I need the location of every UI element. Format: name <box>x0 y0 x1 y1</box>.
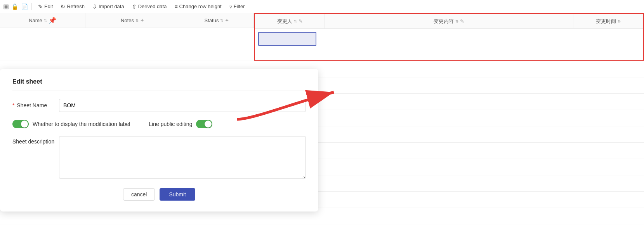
button-row: cancel Submit <box>12 188 306 201</box>
selected-cell[interactable] <box>258 32 316 46</box>
public-editing-toggle[interactable] <box>196 120 212 128</box>
edit-icon: ✎ <box>38 3 43 10</box>
edit-panel: Edit sheet * Sheet Name Whether to displ… <box>0 69 318 212</box>
import-button[interactable]: ⇩ Import data <box>89 2 127 11</box>
modification-toggle[interactable] <box>12 120 29 128</box>
edit-label: Edit <box>44 3 53 9</box>
toggles-row: Whether to display the modification labe… <box>12 120 306 128</box>
sheet-name-input[interactable] <box>59 99 306 112</box>
col-header-neirong: 变更内容 ⇅ ✎ <box>325 14 573 29</box>
import-label: Import data <box>99 3 124 9</box>
description-label: Sheet description <box>12 136 59 145</box>
refresh-icon: ↻ <box>61 3 65 10</box>
col-notes-sort[interactable]: ⇅ <box>135 18 139 23</box>
col-status-label: Status <box>205 17 219 23</box>
row-height-label: Change row height <box>179 3 222 9</box>
submit-button[interactable]: Submit <box>160 188 195 201</box>
left-columns: Name ⇅ 📌 Notes ⇅ ✦ Status ⇅ ✦ <box>0 13 254 61</box>
description-row: Sheet description <box>12 136 306 179</box>
import-icon: ⇩ <box>92 3 97 10</box>
lock-icon: 🔒 <box>11 3 19 10</box>
divider-1 <box>31 3 32 10</box>
notes-star-icon: ✦ <box>140 17 144 23</box>
col-biangeng-label: 变更人 <box>277 18 292 25</box>
modification-toggle-thumb <box>21 121 28 128</box>
derived-icon: ⇧ <box>132 3 137 10</box>
col-header-status: Status ⇅ ✦ <box>180 13 254 28</box>
change-row-height-button[interactable]: ≡ Change row height <box>171 2 224 11</box>
col-header-notes: Notes ⇅ ✦ <box>85 13 180 28</box>
sheet-name-row: * Sheet Name <box>12 99 306 112</box>
derived-button[interactable]: ⇧ Derived data <box>129 2 170 11</box>
col-header-biangeng: 变更人 ⇅ ✎ <box>255 14 325 29</box>
col-header-shijian: 变更时间 ⇅ <box>573 14 643 29</box>
refresh-button[interactable]: ↻ Refresh <box>57 2 88 11</box>
col-notes-label: Notes <box>121 17 134 23</box>
modification-toggle-label: Whether to display the modification labe… <box>33 121 130 127</box>
col-neirong-sort[interactable]: ⇅ <box>455 19 458 23</box>
edit-button[interactable]: ✎ Edit <box>35 2 56 11</box>
doc-icon: 📄 <box>21 3 28 10</box>
required-star: * <box>12 102 14 108</box>
right-body <box>255 29 643 60</box>
table-header-row: Name ⇅ 📌 Notes ⇅ ✦ Status ⇅ ✦ 变更人 ⇅ ✎ 变更… <box>0 13 644 61</box>
biangeng-edit-icon: ✎ <box>299 18 303 24</box>
row-height-icon: ≡ <box>174 3 177 10</box>
public-editing-toggle-label: Line public editing <box>149 121 192 127</box>
description-textarea[interactable] <box>59 136 306 179</box>
refresh-label: Refresh <box>67 3 85 9</box>
derived-label: Derived data <box>138 3 167 9</box>
right-section: 变更人 ⇅ ✎ 变更内容 ⇅ ✎ 变更时间 ⇅ <box>254 13 644 61</box>
main-area: Edit sheet * Sheet Name Whether to displ… <box>0 61 644 243</box>
col-shijian-label: 变更时间 <box>596 18 616 25</box>
status-star-icon: ✦ <box>225 17 229 23</box>
panel-title: Edit sheet <box>12 78 306 91</box>
search-icon: ▣ <box>3 3 9 10</box>
public-editing-toggle-item: Line public editing <box>149 120 212 128</box>
filter-label: Filter <box>234 3 245 9</box>
neirong-edit-icon: ✎ <box>460 18 464 24</box>
toolbar-icons-left: ▣ 🔒 📄 <box>3 3 28 10</box>
col-biangeng-sort[interactable]: ⇅ <box>294 19 297 23</box>
filter-button[interactable]: ▿ Filter <box>226 2 248 11</box>
toolbar: ▣ 🔒 📄 ✎ Edit ↻ Refresh ⇩ Import data ⇧ D… <box>0 0 644 13</box>
right-header: 变更人 ⇅ ✎ 变更内容 ⇅ ✎ 变更时间 ⇅ <box>255 14 643 29</box>
col-status-sort[interactable]: ⇅ <box>220 18 223 23</box>
col-neirong-label: 变更内容 <box>434 18 454 25</box>
col-shijian-sort[interactable]: ⇅ <box>618 19 621 23</box>
col-name-label: Name <box>29 17 42 23</box>
cancel-button[interactable]: cancel <box>123 188 155 201</box>
col-header-name: Name ⇅ 📌 <box>0 13 85 28</box>
modification-toggle-item: Whether to display the modification labe… <box>12 120 130 128</box>
pin-icon: 📌 <box>49 17 56 24</box>
filter-icon: ▿ <box>229 3 232 10</box>
col-name-sort[interactable]: ⇅ <box>44 18 47 23</box>
sheet-name-label: * Sheet Name <box>12 102 59 108</box>
